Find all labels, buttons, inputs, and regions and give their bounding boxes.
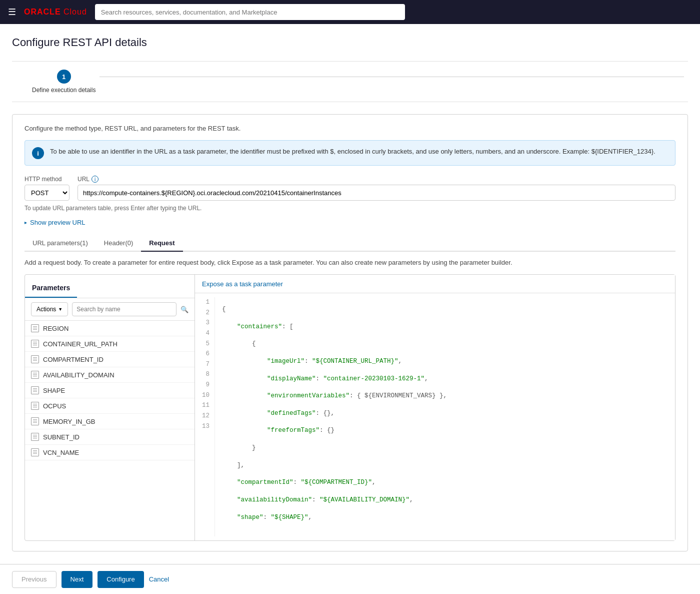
list-item[interactable]: ☷ MEMORY_IN_GB <box>25 414 194 429</box>
url-info-icon[interactable]: i <box>92 176 98 183</box>
tab-header[interactable]: Header(0) <box>96 235 142 252</box>
list-item[interactable]: ☷ COMPARTMENT_ID <box>25 352 194 367</box>
param-name: REGION <box>43 325 68 332</box>
tab-request[interactable]: Request <box>141 235 182 252</box>
http-method-group: HTTP method POST GET PUT DELETE PATCH <box>24 176 70 201</box>
param-name: MEMORY_IN_GB <box>43 418 96 425</box>
params-list: ☷ REGION ☷ CONTAINER_URL_PATH ☷ COMPARTM… <box>25 321 194 540</box>
tab-description: Add a request body. To create a paramete… <box>24 259 676 266</box>
list-item[interactable]: ☷ SUBNET_ID <box>25 429 194 445</box>
stepper-line <box>100 77 684 77</box>
expose-as-task-parameter-link[interactable]: Expose as a task parameter <box>202 280 283 288</box>
param-name: COMPARTMENT_ID <box>43 356 104 363</box>
param-icon: ☷ <box>31 355 39 363</box>
list-item[interactable]: ☷ OCPUS <box>25 398 194 414</box>
stepper: 1 Define execution details <box>12 61 688 102</box>
code-expose-bar: Expose as a task parameter <box>195 275 675 293</box>
url-label: URL <box>78 176 90 183</box>
show-preview-url-link[interactable]: ▸ Show preview URL <box>24 219 676 226</box>
list-item[interactable]: ☷ SHAPE <box>25 383 194 398</box>
param-icon: ☷ <box>31 340 39 348</box>
param-name: AVAILABILITY_DOMAIN <box>43 371 114 379</box>
show-preview-label: Show preview URL <box>30 219 86 226</box>
url-label-row: URL i <box>78 176 676 183</box>
param-icon: ☷ <box>31 386 39 394</box>
param-icon: ☷ <box>31 371 39 379</box>
param-icon: ☷ <box>31 324 39 332</box>
info-icon: i <box>32 147 44 159</box>
tabs-bar: URL parameters(1) Header(0) Request <box>24 235 676 252</box>
main-card: Configure the method type, REST URL, and… <box>12 114 688 551</box>
search-by-name-input[interactable] <box>72 302 176 316</box>
code-content: 12345 678910 111213 { "containers": [ { … <box>195 293 675 540</box>
search-icon: 🔍 <box>180 306 188 313</box>
code-lines: { "containers": [ { "imageUrl": "${CONTA… <box>215 297 675 536</box>
params-panel: Parameters Actions ▼ 🔍 ☷ REGION <box>25 275 195 540</box>
http-method-label: HTTP method <box>24 176 70 183</box>
actions-button[interactable]: Actions ▼ <box>31 302 68 316</box>
hamburger-icon[interactable]: ☰ <box>8 7 16 18</box>
page-content: Configure REST API details 1 Define exec… <box>0 24 700 594</box>
param-name: SUBNET_ID <box>43 433 80 441</box>
params-header-row: Parameters <box>25 275 194 298</box>
step-label-1: Define execution details <box>32 87 96 94</box>
step-circle-1: 1 <box>57 70 71 84</box>
page-title: Configure REST API details <box>12 36 688 49</box>
actions-chevron-icon: ▼ <box>58 307 62 312</box>
card-description: Configure the method type, REST URL, and… <box>24 125 676 132</box>
actions-label: Actions <box>36 306 56 313</box>
tab-url-params[interactable]: URL parameters(1) <box>24 235 96 252</box>
http-method-select[interactable]: POST GET PUT DELETE PATCH <box>24 185 70 201</box>
next-button[interactable]: Next <box>62 571 93 588</box>
list-item[interactable]: ☷ REGION <box>25 321 194 336</box>
chevron-right-icon: ▸ <box>24 220 27 225</box>
url-hint: To update URL parameters table, press En… <box>24 205 676 212</box>
param-name: CONTAINER_URL_PATH <box>43 340 118 348</box>
param-name: VCN_NAME <box>43 449 79 456</box>
global-search-input[interactable] <box>95 4 405 20</box>
list-item[interactable]: ☷ CONTAINER_URL_PATH <box>25 336 194 352</box>
configure-button[interactable]: Configure <box>98 571 144 588</box>
previous-button[interactable]: Previous <box>12 571 56 588</box>
params-header: Parameters <box>25 279 77 298</box>
params-toolbar: Actions ▼ 🔍 <box>25 298 194 321</box>
param-name: OCPUS <box>43 402 66 410</box>
info-text: To be able to use an identifier in the U… <box>50 147 656 159</box>
oracle-logo: ORACLE Cloud <box>24 8 87 17</box>
panels-row: Parameters Actions ▼ 🔍 ☷ REGION <box>24 274 676 541</box>
line-numbers: 12345 678910 111213 <box>195 297 215 536</box>
param-icon: ☷ <box>31 402 39 410</box>
bottom-bar: Previous Next Configure Cancel <box>0 564 700 594</box>
param-icon: ☷ <box>31 417 39 425</box>
param-icon: ☷ <box>31 448 39 456</box>
cancel-link[interactable]: Cancel <box>149 575 169 583</box>
list-item[interactable]: ☷ AVAILABILITY_DOMAIN <box>25 367 194 383</box>
list-item[interactable]: ☷ VCN_NAME <box>25 445 194 460</box>
stepper-step-1: 1 Define execution details <box>32 70 96 94</box>
url-input[interactable] <box>78 185 676 201</box>
top-navigation: ☰ ORACLE Cloud <box>0 0 700 24</box>
http-url-row: HTTP method POST GET PUT DELETE PATCH UR… <box>24 176 676 201</box>
url-group: URL i <box>78 176 676 201</box>
param-icon: ☷ <box>31 433 39 441</box>
info-banner: i To be able to use an identifier in the… <box>24 140 676 166</box>
param-name: SHAPE <box>43 387 65 394</box>
code-panel: Expose as a task parameter 12345 678910 … <box>195 275 675 540</box>
